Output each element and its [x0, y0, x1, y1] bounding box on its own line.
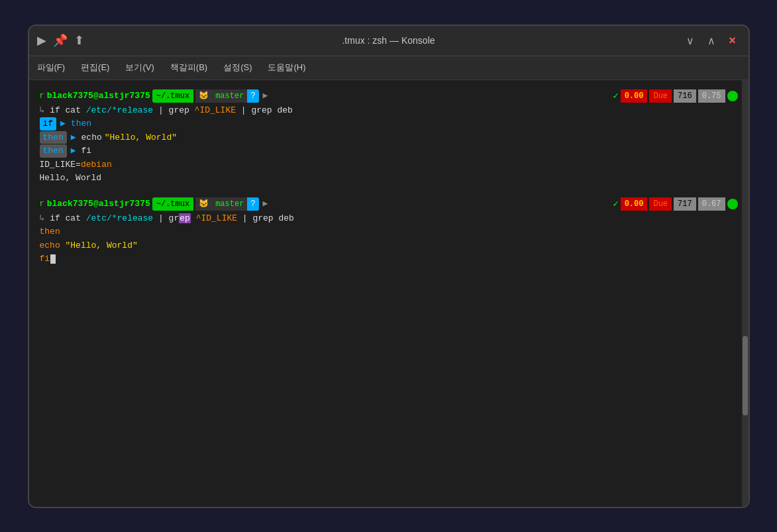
prompt-git-icon-2: 🐱: [195, 197, 212, 211]
prompt-path-2: ~/.tmux: [152, 197, 193, 211]
cmd-grep1-1: grep: [169, 105, 195, 115]
kw-then3: then: [40, 144, 67, 158]
fi-text-2: fi: [40, 254, 50, 264]
prompt-row-1: r black7375@alstjr7375 ~/.tmux 🐱 master …: [40, 89, 738, 103]
close-button[interactable]: ×: [725, 32, 741, 48]
prompt-question-2: ?: [247, 197, 258, 211]
cmd-deb-1: deb: [277, 105, 292, 115]
prompt-end-arrow-2: ▶: [263, 197, 268, 211]
fi-line-2: fi: [40, 252, 738, 266]
echo-cmd: echo: [81, 131, 102, 144]
echo-cmd-2: echo: [40, 240, 66, 250]
arrow-then2: ▶: [71, 144, 76, 158]
menubar: 파일(F) 편집(E) 보기(V) 책갈피(B) 설정(S) 도움말(H): [29, 56, 749, 80]
cmd-line-1: ↳ if cat /etc/*release | grep ^ID_LIKE |…: [40, 104, 738, 117]
menu-file[interactable]: 파일(F): [37, 62, 66, 74]
konsole-window: ▶ 📌 ⬆ .tmux : zsh — Konsole ∨ ∧ × 파일(F) …: [28, 25, 750, 508]
cmd-pipe2-1: |: [241, 105, 252, 115]
pin-icon[interactable]: 📌: [53, 33, 68, 48]
prompt-end-arrow-1: ▶: [263, 89, 268, 103]
then-fi-line: then ▶ fi: [40, 144, 738, 158]
prompt-git-icon-1: 🐱: [195, 89, 212, 103]
prompt-user-2: black7375@alstjr7375: [47, 197, 150, 211]
status-due-2: Due: [649, 197, 672, 211]
prompt-user-1: black7375@alstjr7375: [47, 89, 150, 103]
id-like-line: ID_LIKE=debian: [40, 158, 738, 172]
prompt-arrow-2: r: [40, 198, 44, 210]
cmd-grep1-highlight-2: ep: [179, 213, 191, 223]
prompt-path-1: ~/.tmux: [152, 89, 193, 103]
status-dot-1: [727, 91, 738, 101]
cmd-prefix-2: ↳: [40, 213, 50, 223]
kw-if: if: [40, 117, 57, 131]
cmd-prefix-1: ↳: [40, 105, 50, 115]
hello-text-1: Hello, World: [40, 173, 102, 183]
kw-then2: then: [40, 131, 67, 144]
cmd-line-2: ↳ if cat /etc/*release | grep ^ID_LIKE |…: [40, 212, 738, 225]
terminal-icon[interactable]: ▶: [37, 33, 46, 48]
prompt-question-1: ?: [247, 89, 258, 103]
menu-edit[interactable]: 편집(E): [81, 62, 109, 74]
titlebar-right-icons: ∨ ∧ ×: [682, 32, 741, 48]
scrollbar[interactable]: [742, 80, 749, 507]
cmd-path-1: /etc/*release: [86, 105, 153, 115]
then-echo-line: then ▶ echo "Hello, World": [40, 131, 738, 144]
cmd-pipe3-2: |: [242, 213, 253, 223]
arrow-then: ▶: [71, 131, 76, 144]
cmd-grep2-2: grep: [252, 213, 278, 223]
id-like-label: ID_LIKE=: [40, 160, 81, 170]
prompt-row-2: r black7375@alstjr7375 ~/.tmux 🐱 master …: [40, 197, 738, 211]
status-val-2: 0.00: [621, 197, 648, 211]
status-num-2: 717: [674, 197, 696, 211]
minimize-icon[interactable]: ∧: [703, 32, 719, 48]
status-row-2: ✓ 0.00 Due 717 0.67: [613, 197, 737, 211]
cmd-deb-2: deb: [278, 213, 293, 223]
menu-settings[interactable]: 설정(S): [223, 62, 252, 74]
checkmark-2: ✓: [613, 197, 618, 211]
then-line-2: then: [40, 225, 738, 239]
echo-string: "Hello, World": [105, 131, 177, 144]
then-text-2: then: [40, 227, 60, 237]
cmd-if-2: if cat: [50, 213, 86, 223]
status-val-1: 0.00: [621, 89, 648, 103]
status-dot-2: [727, 199, 738, 209]
prompt-arrow-1: r: [40, 90, 44, 102]
cmd-grep1-label-2: gr: [169, 213, 180, 223]
cmd-if-1: if cat: [50, 105, 86, 115]
if-then-line: if ▶ then: [40, 117, 738, 131]
status-float-1: 0.75: [698, 89, 725, 103]
dropdown-icon[interactable]: ∨: [682, 32, 698, 48]
menu-help[interactable]: 도움말(H): [268, 62, 305, 74]
kw-then-text: then: [71, 117, 91, 131]
cmd-pipe1-1: |: [158, 105, 169, 115]
section-gap: [40, 186, 738, 197]
status-float-2: 0.67: [698, 197, 725, 211]
terminal-area[interactable]: r black7375@alstjr7375 ~/.tmux 🐱 master …: [29, 80, 749, 507]
window-title: .tmux : zsh — Konsole: [342, 35, 435, 46]
hello-world-line-1: Hello, World: [40, 172, 738, 185]
cmd-pattern1-1: ^ID_LIKE: [195, 105, 236, 115]
prompt-left-1: r black7375@alstjr7375 ~/.tmux 🐱 master …: [40, 89, 271, 103]
status-row-1: ✓ 0.00 Due 716 0.75: [613, 89, 737, 103]
menu-bookmarks[interactable]: 책갈피(B): [170, 62, 207, 74]
cmd-pattern1-2: ^ID_LIKE: [196, 213, 237, 223]
fi-text: fi: [81, 144, 92, 158]
prompt-branch-2: master: [212, 197, 247, 211]
echo-line-2: echo "Hello, World": [40, 239, 738, 252]
status-due-1: Due: [649, 89, 672, 103]
prompt-left-2: r black7375@alstjr7375 ~/.tmux 🐱 master …: [40, 197, 271, 211]
titlebar: ▶ 📌 ⬆ .tmux : zsh — Konsole ∨ ∧ ×: [29, 26, 749, 56]
cmd-grep2-1: grep: [251, 105, 277, 115]
status-num-1: 716: [674, 89, 696, 103]
echo-string-2: "Hello, World": [66, 240, 138, 250]
id-like-val: debian: [81, 160, 112, 170]
titlebar-left-icons: ▶ 📌 ⬆: [37, 33, 84, 48]
checkmark-1: ✓: [613, 89, 618, 103]
terminal-cursor: [50, 254, 56, 264]
expand-icon[interactable]: ⬆: [74, 33, 84, 48]
prompt-branch-1: master: [212, 89, 247, 103]
scrollbar-thumb[interactable]: [743, 336, 748, 415]
menu-view[interactable]: 보기(V): [125, 62, 154, 74]
cmd-pipe1-2: |: [158, 213, 169, 223]
cmd-path-2: /etc/*release: [86, 213, 153, 223]
